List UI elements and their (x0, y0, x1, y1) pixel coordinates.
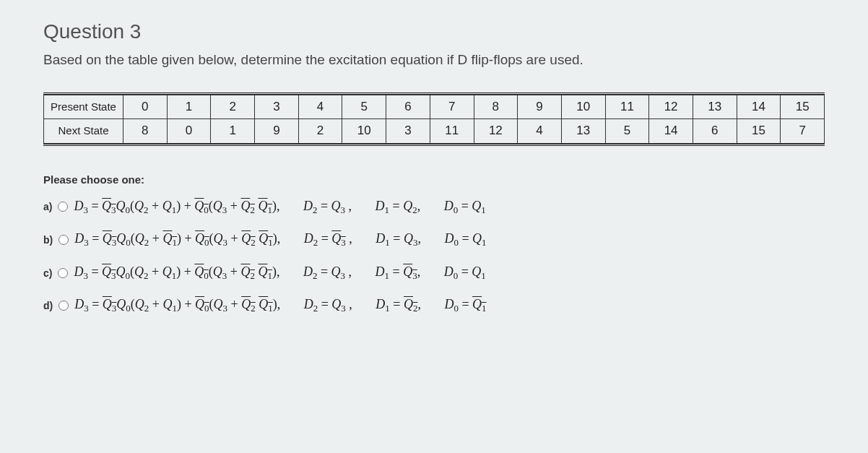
table-cell: 1 (167, 95, 211, 119)
option-a-radio[interactable] (58, 202, 68, 212)
option-c-equation: D3 = Q3Q0(Q2 + Q1) + Q0(Q3 + Q2 Q1), D2 … (74, 264, 485, 282)
table-row: Next State 8 0 1 9 2 10 3 11 12 4 13 5 1… (44, 119, 825, 143)
table-cell: 4 (298, 95, 342, 119)
table-cell: 3 (255, 95, 299, 119)
table-cell: 8 (474, 95, 518, 119)
table-cell: 10 (561, 95, 605, 119)
option-d: d) D3 = Q3Q0(Q2 + Q1) + Q0(Q3 + Q2 Q1), … (43, 297, 825, 314)
table-cell: 7 (781, 119, 825, 143)
question-prompt: Based on the table given below, determin… (43, 52, 825, 68)
table-cell: 6 (693, 119, 737, 143)
table-cell: 13 (693, 95, 737, 119)
option-c-radio[interactable] (58, 268, 68, 278)
option-b-label: b) (43, 234, 53, 246)
option-a-equation: D3 = Q3Q0(Q2 + Q1) + Q0(Q3 + Q2 Q1), D2 … (74, 199, 485, 216)
table-cell: 7 (430, 95, 474, 119)
option-d-radio[interactable] (58, 301, 69, 311)
option-a: a) D3 = Q3Q0(Q2 + Q1) + Q0(Q3 + Q2 Q1), … (43, 199, 825, 216)
table-cell: 2 (298, 119, 342, 143)
option-b-equation: D3 = Q3Q0(Q2 + Q1) + Q0(Q3 + Q2 Q1), D2 … (74, 231, 486, 249)
table-cell: 3 (386, 119, 430, 143)
table-cell: 15 (781, 95, 825, 119)
question-title: Question 3 (43, 20, 825, 43)
table-cell: 12 (649, 95, 693, 119)
table-cell: 14 (649, 119, 693, 143)
table-cell: 11 (430, 119, 474, 143)
present-state-label: Present State (44, 95, 123, 119)
table-cell: 9 (518, 95, 562, 119)
option-a-label: a) (43, 201, 52, 212)
option-c-label: c) (43, 267, 52, 279)
choose-one-label: Please choose one: (43, 173, 825, 186)
table-cell: 14 (737, 95, 781, 119)
option-b-radio[interactable] (58, 235, 69, 245)
option-b: b) D3 = Q3Q0(Q2 + Q1) + Q0(Q3 + Q2 Q1), … (43, 231, 825, 249)
table-cell: 13 (561, 119, 605, 143)
table-row: Present State 0 1 2 3 4 5 6 7 8 9 10 11 … (44, 95, 825, 119)
table-cell: 10 (342, 119, 386, 143)
table-cell: 9 (255, 119, 299, 143)
table-cell: 0 (167, 119, 211, 143)
table-cell: 15 (737, 119, 781, 143)
option-c: c) D3 = Q3Q0(Q2 + Q1) + Q0(Q3 + Q2 Q1), … (43, 264, 825, 282)
table-cell: 5 (342, 95, 386, 119)
table-cell: 11 (605, 95, 649, 119)
option-d-label: d) (43, 300, 53, 311)
table-cell: 1 (211, 119, 255, 143)
state-table: Present State 0 1 2 3 4 5 6 7 8 9 10 11 … (43, 92, 825, 146)
table-cell: 2 (211, 95, 255, 119)
table-cell: 4 (518, 119, 562, 143)
table-cell: 8 (123, 119, 168, 143)
next-state-label: Next State (44, 119, 123, 143)
table-cell: 5 (605, 119, 649, 143)
option-d-equation: D3 = Q3Q0(Q2 + Q1) + Q0(Q3 + Q2 Q1), D2 … (74, 297, 486, 314)
table-cell: 0 (123, 95, 168, 119)
table-cell: 6 (386, 95, 430, 119)
table-cell: 12 (474, 119, 518, 143)
